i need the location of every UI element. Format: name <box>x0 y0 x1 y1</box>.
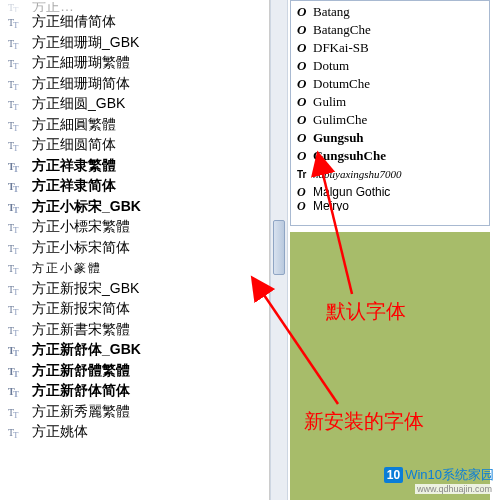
truetype-icon: Tr <box>297 169 313 180</box>
system-font-list[interactable]: OBatangOBatangCheODFKai-SBODotumODotumCh… <box>291 3 489 211</box>
font-item[interactable]: TT方正細珊瑚繁體 <box>8 53 269 74</box>
preview-area <box>290 232 490 500</box>
font-item[interactable]: TT方正祥隶简体 <box>8 176 269 197</box>
watermark-title: Win10系统家园 <box>405 466 494 484</box>
system-font-label: DFKai-SB <box>313 40 369 56</box>
svg-text:T: T <box>13 348 19 357</box>
font-item[interactable]: TT方正新报宋_GBK <box>8 279 269 300</box>
truetype-icon: TT <box>8 15 22 29</box>
font-item[interactable]: TT方正新报宋简体 <box>8 299 269 320</box>
font-item[interactable]: TT方正新舒體繁體 <box>8 361 269 382</box>
font-label: 方正祥隶简体 <box>32 177 116 195</box>
svg-text:T: T <box>13 41 19 50</box>
system-font-item[interactable]: ODFKai-SB <box>297 39 489 57</box>
truetype-icon: TT <box>8 77 22 91</box>
truetype-icon: TT <box>8 200 22 214</box>
font-label: 方正細圓繁體 <box>32 116 116 134</box>
font-label: 方正新書宋繁體 <box>32 321 130 339</box>
font-item[interactable]: TT方正新秀麗繁體 <box>8 402 269 423</box>
truetype-icon: TT <box>8 36 22 50</box>
truetype-icon: TT <box>8 282 22 296</box>
system-font-item[interactable]: ODotum <box>297 57 489 75</box>
system-font-item[interactable]: OMeiryo <box>297 201 489 211</box>
font-item[interactable]: TT方正细圆简体 <box>8 135 269 156</box>
svg-text:T: T <box>13 307 19 316</box>
font-label: 方正姚体 <box>32 423 88 441</box>
font-item[interactable]: TT方正細圓繁體 <box>8 115 269 136</box>
system-font-item[interactable]: OBatangChe <box>297 21 489 39</box>
font-label: 方正新报宋_GBK <box>32 280 139 298</box>
svg-text:T: T <box>13 123 19 132</box>
font-label: 方正新舒体_GBK <box>32 341 141 359</box>
watermark: 10 Win10系统家园 www.qdhuajin.com <box>384 466 494 494</box>
font-item[interactable]: TT方正细珊瑚_GBK <box>8 33 269 54</box>
font-label: 方正细珊瑚_GBK <box>32 34 139 52</box>
svg-text:T: T <box>13 143 19 152</box>
truetype-icon: TT <box>8 241 22 255</box>
svg-text:T: T <box>13 389 19 398</box>
truetype-icon: TT <box>8 364 22 378</box>
truetype-icon: TT <box>8 56 22 70</box>
opentype-icon: O <box>297 112 313 128</box>
font-label: 方正… <box>32 2 74 12</box>
opentype-icon: O <box>297 148 313 164</box>
truetype-icon: TT <box>8 384 22 398</box>
svg-text:T: T <box>13 225 19 234</box>
font-item[interactable]: TT方正祥隶繁體 <box>8 156 269 177</box>
truetype-icon: TT <box>8 343 22 357</box>
font-item[interactable]: TT方正新舒体_GBK <box>8 340 269 361</box>
svg-text:T: T <box>13 410 19 419</box>
font-list[interactable]: TT方正…TT方正细倩简体TT方正细珊瑚_GBKTT方正細珊瑚繁體TT方正细珊瑚… <box>0 0 269 443</box>
font-label: 方正小標宋繁體 <box>32 218 130 236</box>
font-item[interactable]: TT方正小标宋_GBK <box>8 197 269 218</box>
system-font-item[interactable]: OMalgun Gothic <box>297 183 489 201</box>
system-font-label: Batang <box>313 4 350 20</box>
system-font-item[interactable]: OGungsuhChe <box>297 147 489 165</box>
svg-text:T: T <box>13 82 19 91</box>
font-label: 方正細珊瑚繁體 <box>32 54 130 72</box>
system-font-label: Dotum <box>313 58 349 74</box>
svg-text:T: T <box>13 328 19 337</box>
opentype-icon: O <box>297 76 313 92</box>
system-font-item[interactable]: OBatang <box>297 3 489 21</box>
svg-text:T: T <box>13 287 19 296</box>
system-font-item[interactable]: OGungsuh <box>297 129 489 147</box>
annotation-default-font: 默认字体 <box>326 298 406 325</box>
font-item[interactable]: TT方正细倩简体 <box>8 12 269 33</box>
svg-text:T: T <box>13 266 19 275</box>
system-font-item[interactable]: ODotumChe <box>297 75 489 93</box>
font-item[interactable]: TT方正小標宋繁體 <box>8 217 269 238</box>
vertical-scrollbar[interactable] <box>270 0 288 500</box>
font-item[interactable]: TT方正姚体 <box>8 422 269 443</box>
font-item[interactable]: TT方正小标宋简体 <box>8 238 269 259</box>
font-item[interactable]: TT方正小篆體 <box>8 258 269 279</box>
font-item[interactable]: TT方正细珊瑚简体 <box>8 74 269 95</box>
watermark-badge: 10 <box>384 467 403 483</box>
font-label: 方正小标宋简体 <box>32 239 130 257</box>
font-label: 方正细倩简体 <box>32 13 116 31</box>
system-font-label: GulimChe <box>313 112 367 128</box>
font-item[interactable]: TT方正新舒体简体 <box>8 381 269 402</box>
annotation-new-font: 新安装的字体 <box>304 408 424 435</box>
font-label: 方正祥隶繁體 <box>32 157 116 175</box>
font-item[interactable]: TT方正新書宋繁體 <box>8 320 269 341</box>
scroll-thumb[interactable] <box>273 220 285 275</box>
svg-text:T: T <box>13 164 19 173</box>
opentype-icon: O <box>297 130 313 146</box>
font-item[interactable]: TT方正… <box>8 2 269 12</box>
svg-text:T: T <box>13 369 19 378</box>
truetype-icon: TT <box>8 179 22 193</box>
system-font-label: GungsuhChe <box>313 148 386 164</box>
truetype-icon: TT <box>8 220 22 234</box>
system-font-item[interactable]: Trhdbuyaxingshu7000 <box>297 165 489 183</box>
system-font-item[interactable]: OGulimChe <box>297 111 489 129</box>
svg-text:T: T <box>13 20 19 29</box>
svg-text:T: T <box>13 246 19 255</box>
font-label: 方正新舒體繁體 <box>32 362 130 380</box>
system-font-item[interactable]: OGulim <box>297 93 489 111</box>
truetype-icon: TT <box>8 261 22 275</box>
font-item[interactable]: TT方正细圆_GBK <box>8 94 269 115</box>
left-font-pane: TT方正…TT方正细倩简体TT方正细珊瑚_GBKTT方正細珊瑚繁體TT方正细珊瑚… <box>0 0 270 500</box>
font-label: 方正细圆简体 <box>32 136 116 154</box>
font-label: 方正小篆體 <box>32 260 102 277</box>
